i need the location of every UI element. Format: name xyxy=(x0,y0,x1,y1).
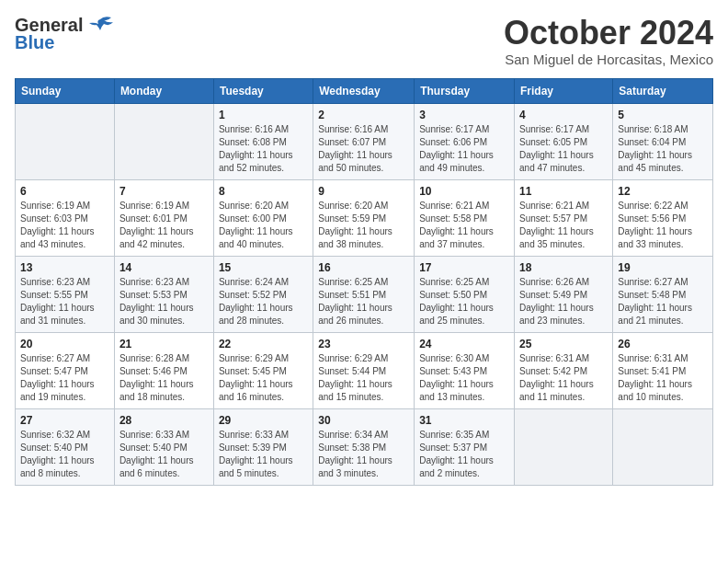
calendar-cell: 4Sunrise: 6:17 AMSunset: 6:05 PMDaylight… xyxy=(515,103,613,179)
calendar-cell: 6Sunrise: 6:19 AMSunset: 6:03 PMDaylight… xyxy=(16,179,115,256)
calendar-cell: 28Sunrise: 6:33 AMSunset: 5:40 PMDayligh… xyxy=(114,408,213,485)
day-number: 14 xyxy=(119,261,209,274)
day-info: Sunrise: 6:21 AMSunset: 5:58 PMDaylight:… xyxy=(419,200,509,251)
calendar-cell: 15Sunrise: 6:24 AMSunset: 5:52 PMDayligh… xyxy=(213,256,313,332)
calendar-cell: 18Sunrise: 6:26 AMSunset: 5:49 PMDayligh… xyxy=(515,256,613,332)
calendar-cell: 13Sunrise: 6:23 AMSunset: 5:55 PMDayligh… xyxy=(16,256,115,332)
day-number: 21 xyxy=(119,338,209,350)
calendar-cell: 21Sunrise: 6:28 AMSunset: 5:46 PMDayligh… xyxy=(114,332,213,408)
page-header: General Blue October 2024 San Miguel de … xyxy=(15,15,713,67)
calendar-table: SundayMondayTuesdayWednesdayThursdayFrid… xyxy=(15,78,713,486)
day-info: Sunrise: 6:22 AMSunset: 5:56 PMDaylight:… xyxy=(618,200,708,251)
day-info: Sunrise: 6:20 AMSunset: 6:00 PMDaylight:… xyxy=(219,200,308,251)
calendar-cell: 12Sunrise: 6:22 AMSunset: 5:56 PMDayligh… xyxy=(613,179,713,256)
calendar-cell: 23Sunrise: 6:29 AMSunset: 5:44 PMDayligh… xyxy=(313,332,415,408)
calendar-cell: 20Sunrise: 6:27 AMSunset: 5:47 PMDayligh… xyxy=(16,332,115,408)
location-subtitle: San Miguel de Horcasitas, Mexico xyxy=(504,52,713,67)
day-info: Sunrise: 6:28 AMSunset: 5:46 PMDaylight:… xyxy=(119,352,209,404)
day-header-saturday: Saturday xyxy=(613,78,713,103)
day-number: 3 xyxy=(419,109,509,121)
calendar-cell: 29Sunrise: 6:33 AMSunset: 5:39 PMDayligh… xyxy=(213,408,313,485)
calendar-cell: 27Sunrise: 6:32 AMSunset: 5:40 PMDayligh… xyxy=(16,408,115,485)
day-info: Sunrise: 6:20 AMSunset: 5:59 PMDaylight:… xyxy=(318,200,409,251)
calendar-cell: 10Sunrise: 6:21 AMSunset: 5:58 PMDayligh… xyxy=(415,179,515,256)
day-number: 23 xyxy=(318,338,409,350)
calendar-cell: 5Sunrise: 6:18 AMSunset: 6:04 PMDaylight… xyxy=(613,103,713,179)
day-number: 8 xyxy=(219,185,308,198)
day-info: Sunrise: 6:19 AMSunset: 6:01 PMDaylight:… xyxy=(119,200,209,251)
calendar-cell: 8Sunrise: 6:20 AMSunset: 6:00 PMDaylight… xyxy=(213,179,313,256)
day-info: Sunrise: 6:23 AMSunset: 5:55 PMDaylight:… xyxy=(20,276,109,327)
day-info: Sunrise: 6:27 AMSunset: 5:47 PMDaylight:… xyxy=(20,352,109,404)
day-number: 9 xyxy=(318,185,409,198)
title-area: October 2024 San Miguel de Horcasitas, M… xyxy=(504,15,713,67)
week-row-5: 27Sunrise: 6:32 AMSunset: 5:40 PMDayligh… xyxy=(16,408,713,485)
logo: General Blue xyxy=(15,15,115,53)
calendar-cell: 19Sunrise: 6:27 AMSunset: 5:48 PMDayligh… xyxy=(613,256,713,332)
day-number: 31 xyxy=(419,414,509,427)
day-info: Sunrise: 6:17 AMSunset: 6:06 PMDaylight:… xyxy=(419,123,509,175)
calendar-cell xyxy=(114,103,213,179)
day-number: 10 xyxy=(419,185,509,198)
calendar-cell: 2Sunrise: 6:16 AMSunset: 6:07 PMDaylight… xyxy=(313,103,415,179)
logo-bird-icon xyxy=(87,16,115,36)
calendar-cell: 30Sunrise: 6:34 AMSunset: 5:38 PMDayligh… xyxy=(313,408,415,485)
week-row-2: 6Sunrise: 6:19 AMSunset: 6:03 PMDaylight… xyxy=(16,179,713,256)
calendar-cell: 14Sunrise: 6:23 AMSunset: 5:53 PMDayligh… xyxy=(114,256,213,332)
day-info: Sunrise: 6:16 AMSunset: 6:07 PMDaylight:… xyxy=(318,123,409,175)
day-header-wednesday: Wednesday xyxy=(313,78,415,103)
day-number: 2 xyxy=(318,109,409,121)
day-info: Sunrise: 6:18 AMSunset: 6:04 PMDaylight:… xyxy=(618,123,708,175)
calendar-cell: 25Sunrise: 6:31 AMSunset: 5:42 PMDayligh… xyxy=(515,332,613,408)
day-info: Sunrise: 6:29 AMSunset: 5:44 PMDaylight:… xyxy=(318,352,409,404)
day-info: Sunrise: 6:32 AMSunset: 5:40 PMDaylight:… xyxy=(20,429,109,480)
calendar-cell: 3Sunrise: 6:17 AMSunset: 6:06 PMDaylight… xyxy=(415,103,515,179)
day-info: Sunrise: 6:31 AMSunset: 5:41 PMDaylight:… xyxy=(618,352,708,404)
day-number: 16 xyxy=(318,261,409,274)
month-title: October 2024 xyxy=(504,15,713,52)
calendar-cell xyxy=(16,103,115,179)
logo-blue: Blue xyxy=(15,32,54,53)
day-number: 12 xyxy=(618,185,708,198)
week-row-3: 13Sunrise: 6:23 AMSunset: 5:55 PMDayligh… xyxy=(16,256,713,332)
calendar-cell: 9Sunrise: 6:20 AMSunset: 5:59 PMDaylight… xyxy=(313,179,415,256)
day-number: 24 xyxy=(419,338,509,350)
day-number: 28 xyxy=(119,414,209,427)
day-number: 30 xyxy=(318,414,409,427)
calendar-cell xyxy=(515,408,613,485)
calendar-cell: 16Sunrise: 6:25 AMSunset: 5:51 PMDayligh… xyxy=(313,256,415,332)
header-row: SundayMondayTuesdayWednesdayThursdayFrid… xyxy=(16,78,713,103)
day-number: 18 xyxy=(519,261,608,274)
day-number: 6 xyxy=(20,185,109,198)
day-info: Sunrise: 6:24 AMSunset: 5:52 PMDaylight:… xyxy=(219,276,308,327)
day-number: 1 xyxy=(219,109,308,121)
calendar-cell xyxy=(613,408,713,485)
day-number: 15 xyxy=(219,261,308,274)
calendar-cell: 24Sunrise: 6:30 AMSunset: 5:43 PMDayligh… xyxy=(415,332,515,408)
day-info: Sunrise: 6:29 AMSunset: 5:45 PMDaylight:… xyxy=(219,352,308,404)
day-info: Sunrise: 6:25 AMSunset: 5:50 PMDaylight:… xyxy=(419,276,509,327)
calendar-cell: 31Sunrise: 6:35 AMSunset: 5:37 PMDayligh… xyxy=(415,408,515,485)
day-number: 7 xyxy=(119,185,209,198)
day-info: Sunrise: 6:23 AMSunset: 5:53 PMDaylight:… xyxy=(119,276,209,327)
day-info: Sunrise: 6:19 AMSunset: 6:03 PMDaylight:… xyxy=(20,200,109,251)
calendar-cell: 11Sunrise: 6:21 AMSunset: 5:57 PMDayligh… xyxy=(515,179,613,256)
calendar-cell: 26Sunrise: 6:31 AMSunset: 5:41 PMDayligh… xyxy=(613,332,713,408)
day-info: Sunrise: 6:27 AMSunset: 5:48 PMDaylight:… xyxy=(618,276,708,327)
day-number: 29 xyxy=(219,414,308,427)
day-header-tuesday: Tuesday xyxy=(213,78,313,103)
day-info: Sunrise: 6:34 AMSunset: 5:38 PMDaylight:… xyxy=(318,429,409,480)
calendar-cell: 22Sunrise: 6:29 AMSunset: 5:45 PMDayligh… xyxy=(213,332,313,408)
week-row-4: 20Sunrise: 6:27 AMSunset: 5:47 PMDayligh… xyxy=(16,332,713,408)
day-header-monday: Monday xyxy=(114,78,213,103)
day-info: Sunrise: 6:33 AMSunset: 5:40 PMDaylight:… xyxy=(119,429,209,480)
day-info: Sunrise: 6:17 AMSunset: 6:05 PMDaylight:… xyxy=(519,123,608,175)
day-number: 20 xyxy=(20,338,109,350)
week-row-1: 1Sunrise: 6:16 AMSunset: 6:08 PMDaylight… xyxy=(16,103,713,179)
day-number: 13 xyxy=(20,261,109,274)
calendar-cell: 7Sunrise: 6:19 AMSunset: 6:01 PMDaylight… xyxy=(114,179,213,256)
day-number: 22 xyxy=(219,338,308,350)
day-number: 17 xyxy=(419,261,509,274)
day-number: 27 xyxy=(20,414,109,427)
day-info: Sunrise: 6:31 AMSunset: 5:42 PMDaylight:… xyxy=(519,352,608,404)
